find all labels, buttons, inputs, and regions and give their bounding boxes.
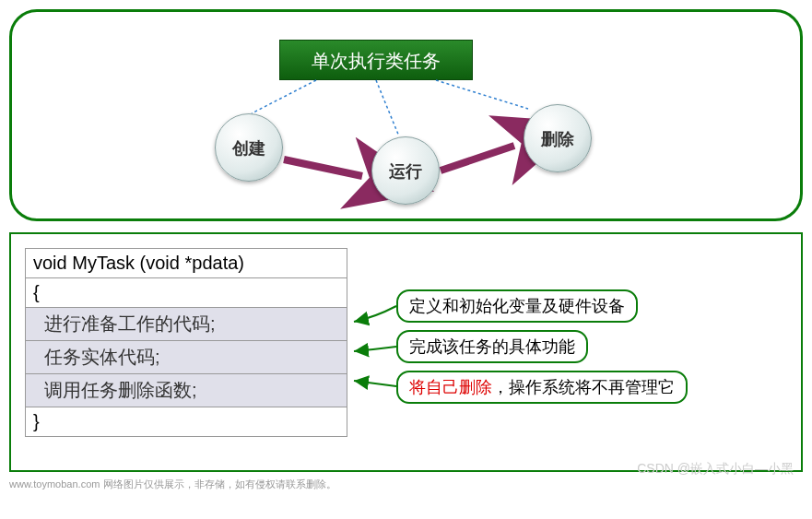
code-line-1: 进行准备工作的代码; <box>26 308 347 341</box>
code-panel: void MyTask (void *pdata) { 进行准备工作的代码; 任… <box>9 232 803 472</box>
node-create: 创建 <box>215 113 283 182</box>
callout-3: 将自己删除，操作系统将不再管理它 <box>396 371 688 404</box>
code-signature: void MyTask (void *pdata) <box>26 249 347 278</box>
flow-title: 单次执行类任务 <box>279 40 473 80</box>
svg-line-2 <box>436 80 528 109</box>
svg-line-4 <box>441 146 514 171</box>
footer-note: 网络图片仅供展示，非存储，如有侵权请联系删除。 <box>103 478 336 490</box>
code-line-3: 调用任务删除函数; <box>26 374 347 407</box>
node-run: 运行 <box>371 136 440 205</box>
node-delete: 删除 <box>524 104 592 172</box>
code-line-2: 任务实体代码; <box>26 341 347 374</box>
footer-site: www.toymoban.com <box>9 478 100 490</box>
callout-3-rest: ，操作系统将不再管理它 <box>492 378 675 396</box>
flow-panel: 单次执行类任务 创建 运行 删除 <box>9 9 803 221</box>
svg-line-0 <box>252 80 316 113</box>
svg-line-1 <box>376 80 399 136</box>
watermark: CSDN @嵌入式小白—小黑 <box>637 461 794 478</box>
footer: www.toymoban.com 网络图片仅供展示，非存储，如有侵权请联系删除。… <box>9 478 803 491</box>
code-open-brace: { <box>26 278 347 308</box>
callout-1: 定义和初始化变量及硬件设备 <box>396 289 638 323</box>
callout-3-highlight: 将自己删除 <box>409 378 492 396</box>
code-table: void MyTask (void *pdata) { 进行准备工作的代码; 任… <box>25 248 347 437</box>
svg-line-3 <box>284 159 362 176</box>
callout-2: 完成该任务的具体功能 <box>396 330 588 363</box>
code-close-brace: } <box>26 407 347 437</box>
